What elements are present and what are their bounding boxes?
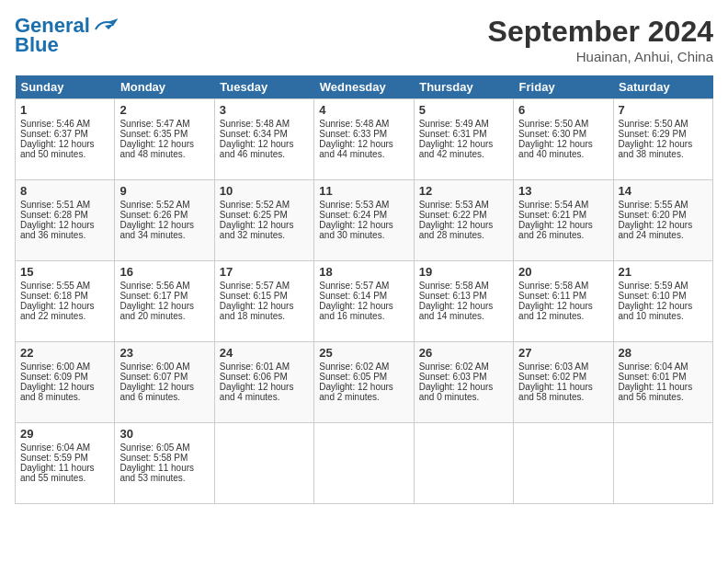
sunset: Sunset: 6:34 PM — [220, 129, 309, 139]
sunrise: Sunrise: 5:59 AM — [619, 281, 708, 291]
daylight: Daylight: 12 hours and 38 minutes. — [619, 139, 708, 159]
sunset: Sunset: 6:01 PM — [619, 372, 708, 382]
sunset: Sunset: 6:21 PM — [518, 210, 608, 220]
day-number: 23 — [119, 346, 209, 360]
sunrise: Sunrise: 5:52 AM — [119, 200, 209, 210]
calendar-cell: 29Sunrise: 6:04 AMSunset: 5:59 PMDayligh… — [16, 423, 115, 504]
sunset: Sunset: 6:28 PM — [20, 210, 109, 220]
calendar-week-2: 8Sunrise: 5:51 AMSunset: 6:28 PMDaylight… — [16, 180, 713, 261]
page-container: General Blue September 2024 Huainan, Anh… — [0, 0, 728, 511]
title-block: September 2024 Huainan, Anhui, China — [488, 15, 713, 64]
logo: General Blue — [15, 15, 118, 57]
calendar-cell — [414, 423, 513, 504]
sunset: Sunset: 5:58 PM — [119, 453, 209, 463]
sunset: Sunset: 6:17 PM — [119, 291, 209, 301]
daylight: Daylight: 12 hours and 24 minutes. — [619, 220, 708, 240]
day-header-saturday: Saturday — [613, 75, 712, 99]
calendar-cell: 27Sunrise: 6:03 AMSunset: 6:02 PMDayligh… — [514, 342, 613, 423]
sunset: Sunset: 6:06 PM — [220, 372, 309, 382]
daylight: Daylight: 12 hours and 44 minutes. — [319, 139, 408, 159]
calendar-cell: 30Sunrise: 6:05 AMSunset: 5:58 PMDayligh… — [115, 423, 214, 504]
sunrise: Sunrise: 5:54 AM — [518, 200, 608, 210]
daylight: Daylight: 12 hours and 30 minutes. — [319, 220, 408, 240]
calendar-cell: 28Sunrise: 6:04 AMSunset: 6:01 PMDayligh… — [613, 342, 712, 423]
sunrise: Sunrise: 5:58 AM — [419, 281, 508, 291]
sunset: Sunset: 6:30 PM — [518, 129, 608, 139]
calendar-cell: 11Sunrise: 5:53 AMSunset: 6:24 PMDayligh… — [314, 180, 414, 261]
sunrise: Sunrise: 5:58 AM — [518, 281, 608, 291]
day-number: 18 — [319, 265, 408, 279]
calendar-cell: 26Sunrise: 6:02 AMSunset: 6:03 PMDayligh… — [414, 342, 513, 423]
logo-icon — [92, 17, 118, 37]
daylight: Daylight: 12 hours and 40 minutes. — [518, 139, 608, 159]
sunrise: Sunrise: 6:03 AM — [518, 362, 608, 372]
sunset: Sunset: 6:35 PM — [119, 129, 209, 139]
day-number: 8 — [20, 184, 109, 198]
day-number: 22 — [20, 346, 109, 360]
sunrise: Sunrise: 6:04 AM — [20, 442, 109, 453]
daylight: Daylight: 12 hours and 18 minutes. — [220, 301, 309, 321]
sunset: Sunset: 6:29 PM — [619, 129, 708, 139]
sunset: Sunset: 6:22 PM — [419, 210, 508, 220]
calendar-cell: 5Sunrise: 5:49 AMSunset: 6:31 PMDaylight… — [414, 99, 513, 180]
daylight: Daylight: 12 hours and 14 minutes. — [419, 301, 508, 321]
sunset: Sunset: 6:37 PM — [20, 129, 109, 139]
sunrise: Sunrise: 5:47 AM — [119, 119, 209, 129]
sunset: Sunset: 6:26 PM — [119, 210, 209, 220]
calendar-cell: 3Sunrise: 5:48 AMSunset: 6:34 PMDaylight… — [214, 99, 313, 180]
day-number: 3 — [220, 103, 309, 117]
daylight: Daylight: 12 hours and 8 minutes. — [20, 382, 109, 402]
daylight: Daylight: 12 hours and 0 minutes. — [419, 382, 508, 402]
day-header-tuesday: Tuesday — [214, 75, 313, 99]
daylight: Daylight: 12 hours and 32 minutes. — [220, 220, 309, 240]
daylight: Daylight: 12 hours and 2 minutes. — [319, 382, 408, 402]
calendar-cell — [214, 423, 313, 504]
day-header-monday: Monday — [115, 75, 214, 99]
calendar-week-3: 15Sunrise: 5:55 AMSunset: 6:18 PMDayligh… — [16, 261, 713, 342]
calendar-cell — [613, 423, 712, 504]
daylight: Daylight: 12 hours and 28 minutes. — [419, 220, 508, 240]
calendar-cell: 7Sunrise: 5:50 AMSunset: 6:29 PMDaylight… — [613, 99, 712, 180]
sunrise: Sunrise: 5:55 AM — [20, 281, 109, 291]
day-number: 9 — [119, 184, 209, 198]
calendar-cell: 18Sunrise: 5:57 AMSunset: 6:14 PMDayligh… — [314, 261, 414, 342]
calendar-cell: 15Sunrise: 5:55 AMSunset: 6:18 PMDayligh… — [16, 261, 115, 342]
daylight: Daylight: 12 hours and 48 minutes. — [119, 139, 209, 159]
month-title: September 2024 — [488, 15, 713, 49]
sunset: Sunset: 6:18 PM — [20, 291, 109, 301]
sunset: Sunset: 6:02 PM — [518, 372, 608, 382]
day-number: 20 — [518, 265, 608, 279]
location: Huainan, Anhui, China — [488, 49, 713, 64]
calendar-cell: 25Sunrise: 6:02 AMSunset: 6:05 PMDayligh… — [314, 342, 414, 423]
calendar-cell: 13Sunrise: 5:54 AMSunset: 6:21 PMDayligh… — [514, 180, 613, 261]
sunset: Sunset: 6:13 PM — [419, 291, 508, 301]
day-number: 12 — [419, 184, 508, 198]
calendar-cell: 17Sunrise: 5:57 AMSunset: 6:15 PMDayligh… — [214, 261, 313, 342]
day-number: 17 — [220, 265, 309, 279]
calendar-cell: 8Sunrise: 5:51 AMSunset: 6:28 PMDaylight… — [16, 180, 115, 261]
daylight: Daylight: 12 hours and 16 minutes. — [319, 301, 408, 321]
day-number: 1 — [20, 103, 109, 117]
day-number: 25 — [319, 346, 408, 360]
calendar-cell: 6Sunrise: 5:50 AMSunset: 6:30 PMDaylight… — [514, 99, 613, 180]
sunrise: Sunrise: 6:02 AM — [419, 362, 508, 372]
day-number: 16 — [119, 265, 209, 279]
day-number: 11 — [319, 184, 408, 198]
calendar-cell: 9Sunrise: 5:52 AMSunset: 6:26 PMDaylight… — [115, 180, 214, 261]
day-header-thursday: Thursday — [414, 75, 513, 99]
sunset: Sunset: 6:24 PM — [319, 210, 408, 220]
calendar-cell: 12Sunrise: 5:53 AMSunset: 6:22 PMDayligh… — [414, 180, 513, 261]
calendar-cell: 21Sunrise: 5:59 AMSunset: 6:10 PMDayligh… — [613, 261, 712, 342]
calendar-cell: 19Sunrise: 5:58 AMSunset: 6:13 PMDayligh… — [414, 261, 513, 342]
daylight: Daylight: 12 hours and 46 minutes. — [220, 139, 309, 159]
sunrise: Sunrise: 5:48 AM — [319, 119, 408, 129]
daylight: Daylight: 11 hours and 56 minutes. — [619, 382, 708, 402]
sunset: Sunset: 6:11 PM — [518, 291, 608, 301]
calendar-header-row: SundayMondayTuesdayWednesdayThursdayFrid… — [16, 75, 713, 99]
day-number: 28 — [619, 346, 708, 360]
daylight: Daylight: 12 hours and 4 minutes. — [220, 382, 309, 402]
sunset: Sunset: 6:15 PM — [220, 291, 309, 301]
sunrise: Sunrise: 5:50 AM — [518, 119, 608, 129]
sunrise: Sunrise: 5:53 AM — [419, 200, 508, 210]
day-number: 10 — [220, 184, 309, 198]
